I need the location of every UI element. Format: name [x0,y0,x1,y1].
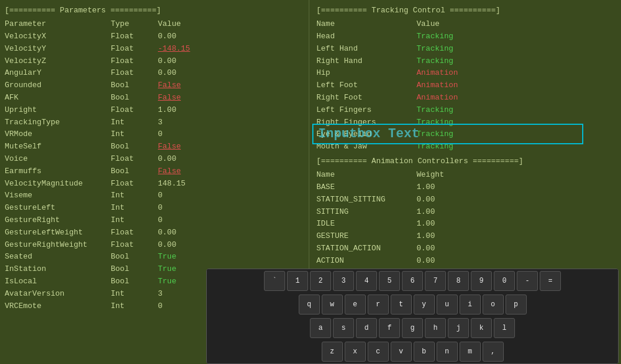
param-type: Float [111,227,158,239]
anim-row: BASE 1.00 [316,181,616,194]
param-value: 0 [158,202,217,214]
keyboard-key[interactable]: 6 [402,271,423,291]
param-value: 3 [158,117,217,129]
keyboard-key[interactable]: c [368,342,389,362]
keyboard-key[interactable]: x [345,342,366,362]
keyboard-container: `1234567890-=qwertyuiopasdfghjklzxcvbnm, [207,269,618,363]
keyboard-key[interactable]: j [448,318,469,338]
keyboard-key[interactable]: - [517,271,538,291]
param-name: AngularY [5,67,111,80]
inputbox-overlay[interactable]: Inputbox Text [312,124,583,144]
tracking-name: Left Hand [316,43,417,55]
keyboard-overlay: `1234567890-=qwertyuiopasdfghjklzxcvbnm, [206,269,619,364]
keyboard-key[interactable]: 3 [333,271,354,291]
param-type: Int [111,288,158,300]
keyboard-key[interactable]: 2 [310,271,331,291]
keyboard-key[interactable]: q [299,294,320,315]
keyboard-key[interactable]: n [437,342,458,362]
anim-name: STATION_SITTING [316,194,417,206]
tracking-name: Left Foot [316,80,417,92]
anim-title: [========== Animation Controllers ======… [316,157,616,166]
inputbox-text: Inputbox Text [318,127,419,141]
keyboard-key[interactable]: 9 [471,271,492,291]
param-row: Earmuffs Bool False [5,166,302,178]
keyboard-key[interactable]: l [494,318,515,338]
param-name: GestureLeft [5,202,111,214]
keyboard-key[interactable]: e [345,294,366,315]
keyboard-key[interactable]: k [471,318,492,338]
param-table-header: Parameter Type Value [5,19,302,28]
keyboard-key[interactable]: ` [264,271,285,291]
keyboard-key[interactable]: u [437,294,458,315]
anim-name: STATION_ACTION [316,243,417,255]
keyboard-key[interactable]: w [322,294,343,315]
anim-rows-container: BASE 1.00 STATION_SITTING 0.00 SITTING 1… [316,181,616,279]
tracking-row: Right Hand Tracking [316,55,616,68]
anim-name: IDLE [316,218,417,230]
anim-table-header: Name Weight [316,170,616,179]
anim-name: GESTURE [316,230,417,243]
keyboard-key[interactable]: 7 [425,271,446,291]
keyboard-key[interactable]: f [379,318,400,338]
param-row: Voice Float 0.00 [5,153,302,166]
keyboard-key[interactable]: r [368,294,389,315]
param-type: Bool [111,141,158,153]
keyboard-key[interactable]: g [402,318,423,338]
keyboard-key[interactable]: t [391,294,412,315]
param-value: False [158,166,217,178]
param-name: VelocityX [5,31,111,43]
keyboard-key[interactable]: y [414,294,435,315]
tracking-status: Tracking [417,55,487,68]
param-value: 1.00 [158,104,217,117]
keyboard-row: `1234567890-= [207,269,618,293]
keyboard-key[interactable]: 5 [379,271,400,291]
param-value: 0.00 [158,31,217,43]
col-value-header: Value [417,19,487,28]
parameters-title: [========== Parameters ==========] [5,6,302,15]
col-parameter: Parameter [5,19,111,28]
param-value: True [158,251,217,263]
keyboard-key[interactable]: = [540,271,561,291]
tracking-name: Right Foot [316,92,417,104]
param-type: Bool [111,251,158,263]
anim-row: STATION_SITTING 0.00 [316,194,616,206]
keyboard-key[interactable]: 1 [287,271,308,291]
keyboard-key[interactable]: s [333,318,354,338]
anim-col-name: Name [316,170,417,179]
param-type: Float [111,67,158,80]
tracking-row: Left Hand Tracking [316,43,616,55]
keyboard-key[interactable]: 8 [448,271,469,291]
param-type: Float [111,239,158,252]
keyboard-key[interactable]: 0 [494,271,515,291]
keyboard-key[interactable]: 4 [356,271,377,291]
keyboard-key[interactable]: o [483,294,504,315]
param-type: Float [111,43,158,55]
keyboard-key[interactable]: v [391,342,412,362]
tracking-name: Right Hand [316,55,417,68]
col-value: Value [158,19,217,28]
keyboard-key[interactable]: d [356,318,377,338]
tracking-name: Head [316,31,417,43]
keyboard-key[interactable]: m [460,342,481,362]
param-name: GestureLeftWeight [5,227,111,239]
keyboard-key[interactable]: p [506,294,527,315]
anim-row: ACTION 0.00 [316,255,616,267]
param-type: Bool [111,80,158,92]
keyboard-key[interactable]: b [414,342,435,362]
param-name: Voice [5,153,111,166]
param-name: GestureRightWeight [5,239,111,252]
param-row: TrackingType Int 3 [5,117,302,129]
col-type: Type [111,19,158,28]
keyboard-key[interactable]: a [310,318,331,338]
param-name: VRMode [5,128,111,141]
keyboard-row: qwertyuiop [207,293,618,316]
param-name: GestureRight [5,214,111,227]
keyboard-key[interactable]: , [483,342,504,362]
param-row: AngularY Float 0.00 [5,67,302,80]
param-name: AvatarVersion [5,288,111,300]
keyboard-key[interactable]: z [322,342,343,362]
keyboard-key[interactable]: h [425,318,446,338]
tracking-status: Animation [417,80,487,92]
keyboard-key[interactable]: i [460,294,481,315]
param-value: 0 [158,128,217,141]
